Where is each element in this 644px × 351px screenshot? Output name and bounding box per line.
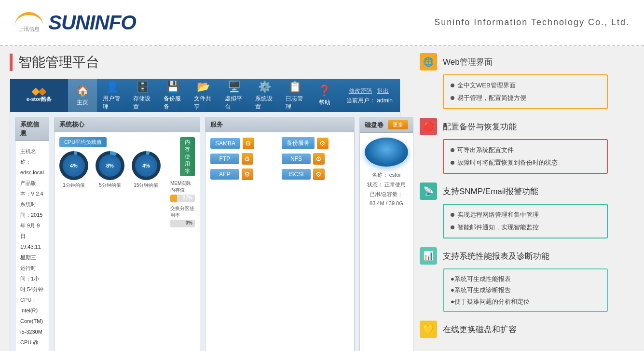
page-title-bar: 智能管理平台 bbox=[10, 53, 400, 71]
feature-backup-item-0-text: 可导出系统配置文件 bbox=[457, 144, 514, 156]
left-panel: 智能管理平台 e-stor酷备 bbox=[0, 46, 410, 351]
gauge-circle-15min: 4% bbox=[132, 151, 161, 180]
mem-bar-actual-track: 27% bbox=[170, 195, 195, 202]
nav-item-help[interactable]: ❓ 帮助 bbox=[310, 79, 339, 112]
disk-name-label: 名称： bbox=[372, 172, 388, 178]
service-item-afp: AFP ⚙ bbox=[210, 168, 278, 180]
logo-icon-wrap: 上讯信息 SUNINFO bbox=[14, 11, 136, 34]
sysinfo-panel: 系统信息 主机名称：edsc.local 产品版本：V 2.4 系统时间：201… bbox=[15, 117, 49, 351]
nav-item-storage[interactable]: 🗄️ 存储设置 bbox=[127, 79, 158, 112]
disk-info: 名称： estor 状态： 正常使用 已用/总容量： 83.4M / 39.8G bbox=[365, 170, 408, 209]
feature-snmp-item-1: 智能邮件通知，实现智能监控 bbox=[451, 221, 600, 234]
disk-capacity-value: 83.4M / 39.8G bbox=[370, 200, 403, 206]
nfs-button[interactable]: NFS bbox=[282, 154, 311, 164]
header: 上讯信息 SUNINFO Suninfo Information Technol… bbox=[0, 0, 644, 46]
gauge-15min: 4% 15分钟的值 bbox=[132, 151, 161, 189]
backup-service-button[interactable]: 备份服务 bbox=[282, 137, 315, 149]
feature-snmp-title: 支持SNMP/Email报警功能 bbox=[443, 186, 538, 197]
users-icon: 👤 bbox=[106, 81, 119, 93]
nav-item-sysset[interactable]: ⚙️ 系统设置 bbox=[249, 79, 280, 112]
feature-backup-header: 🔴 配置备份与恢复功能 bbox=[420, 118, 608, 135]
storage-icon: 🗄️ bbox=[136, 81, 149, 93]
afp-gear[interactable]: ⚙ bbox=[242, 168, 253, 180]
sysinfo-version: 产品版本：V 2.4 bbox=[20, 178, 44, 199]
gauge-inner-15min: 4% bbox=[135, 154, 157, 177]
mem-bar-actual-pct: 27% bbox=[183, 195, 192, 200]
backup-gear[interactable]: ⚙ bbox=[317, 138, 329, 149]
nav-item-users[interactable]: 👤 用户管理 bbox=[97, 79, 127, 112]
nav-items: 🏠 主页 👤 用户管理 🗄️ 存储设置 💾 备份服务 bbox=[68, 79, 339, 112]
feature-web-item-1-text: 易于管理，配置简捷方便 bbox=[457, 92, 526, 104]
hotswap-icon: 💛 bbox=[423, 324, 434, 335]
feature-report-item-0: ●系统可生成性能报表 bbox=[451, 273, 600, 284]
disk-status-row: 状态： 正常使用 bbox=[365, 180, 408, 190]
feature-snmp-item-0-text: 实现远程网络管理和集中管理 bbox=[457, 209, 539, 221]
mem-bar-swap: 交换分区使用率 0% bbox=[170, 205, 195, 227]
samba-gear[interactable]: ⚙ bbox=[243, 138, 254, 149]
feature-web-box: 全中文WEB管理界面 易于管理，配置简捷方便 bbox=[443, 74, 608, 109]
top-row: 系统信息 主机名称：edsc.local 产品版本：V 2.4 系统时间：201… bbox=[15, 117, 200, 351]
services-panel: 服务 SAMBA ⚙ 备份服务 ⚙ FTP bbox=[205, 117, 355, 351]
nav-item-virt[interactable]: 🖥️ 虚拟平台 bbox=[219, 79, 249, 112]
gauge-1min: 4% 1分钟的值 bbox=[59, 151, 88, 189]
gauge-label-5min: 5分钟的值 bbox=[99, 182, 121, 189]
disk-name-value: estor bbox=[389, 172, 401, 178]
current-user-label: 当前用户： bbox=[346, 97, 375, 104]
feature-backup: 🔴 配置备份与恢复功能 可导出系统配置文件 故障时可将配置恢复到备份时的状态 bbox=[420, 118, 608, 174]
feature-snmp-header: 📡 支持SNMP/Email报警功能 bbox=[420, 183, 608, 200]
page-title: 智能管理平台 bbox=[18, 53, 99, 71]
afp-button[interactable]: AFP bbox=[210, 169, 239, 180]
disk-panel: 磁盘卷 更多 名称： estor 状态： bbox=[359, 117, 413, 351]
nav-user: 当前用户： admin bbox=[346, 97, 393, 105]
sysset-icon: ⚙️ bbox=[258, 81, 271, 93]
home-icon: 🏠 bbox=[76, 84, 89, 97]
samba-button[interactable]: SAMBA bbox=[210, 138, 240, 149]
service-item-iscsi: ISCSI ⚙ bbox=[282, 168, 349, 180]
nav-item-fileshare[interactable]: 📂 文件共享 bbox=[188, 79, 219, 112]
feature-hotswap-header: 💛 在线更换磁盘和扩容 bbox=[420, 321, 608, 338]
nfs-gear[interactable]: ⚙ bbox=[313, 153, 325, 165]
sysinfo-body: 主机名称：edsc.local 产品版本：V 2.4 系统时间：2015年 9月… bbox=[15, 141, 49, 351]
gauge-circle-5min: 8% bbox=[96, 151, 124, 180]
disk-more-button[interactable]: 更多 bbox=[388, 120, 408, 129]
sysinfo-header: 系统信息 bbox=[15, 117, 49, 141]
ftp-button[interactable]: FTP bbox=[210, 154, 239, 164]
feature-report: 📊 支持系统性能报表及诊断功能 ●系统可生成性能报表 ●系统可生成诊断报告 ●便… bbox=[420, 247, 608, 312]
logout-link[interactable]: 退出 bbox=[377, 87, 389, 94]
feature-backup-icon-box: 🔴 bbox=[420, 118, 437, 135]
bullet-icon bbox=[451, 213, 454, 217]
disk-capacity-row: 已用/总容量： 83.4M / 39.8G bbox=[365, 190, 408, 209]
nav-label-home: 主页 bbox=[77, 98, 88, 107]
service-item-backup: 备份服务 ⚙ bbox=[282, 137, 349, 149]
feature-web-title: Web管理界面 bbox=[443, 56, 493, 68]
nav-item-home[interactable]: 🏠 主页 bbox=[68, 79, 97, 112]
iscsi-gear[interactable]: ⚙ bbox=[313, 168, 325, 180]
feature-report-header: 📊 支持系统性能报表及诊断功能 bbox=[420, 247, 608, 265]
service-item-nfs: NFS ⚙ bbox=[282, 153, 349, 165]
feature-web-item-0-text: 全中文WEB管理界面 bbox=[457, 79, 516, 92]
web-icon: 🌐 bbox=[423, 56, 434, 67]
disk-capacity-label: 已用/总容量： bbox=[370, 191, 403, 197]
right-panel: 🌐 Web管理界面 全中文WEB管理界面 易于管理，配置简捷方便 🔴 bbox=[410, 46, 617, 351]
iscsi-button[interactable]: ISCSI bbox=[282, 169, 311, 180]
nav-item-logs[interactable]: 📋 日志管理 bbox=[280, 79, 310, 112]
nav-right: 修改密码 退出 当前用户： admin bbox=[339, 87, 400, 105]
snmp-icon: 📡 bbox=[423, 186, 434, 197]
feature-hotswap-icon-box: 💛 bbox=[420, 321, 437, 338]
service-item-samba: SAMBA ⚙ bbox=[210, 137, 278, 149]
ftp-gear[interactable]: ⚙ bbox=[242, 153, 253, 165]
gauges-section: CPU平均负载值 4% 1分钟的值 bbox=[55, 132, 200, 235]
feature-snmp-icon-box: 📡 bbox=[420, 183, 437, 200]
service-item-ftp: FTP ⚙ bbox=[210, 153, 278, 165]
gauge-inner-1min: 4% bbox=[63, 154, 85, 177]
gauge-group: 4% 1分钟的值 8% 5分钟的值 bbox=[59, 151, 161, 189]
mem-bar-swap-label: 交换分区使用率 bbox=[170, 205, 195, 219]
nav-label-logs: 日志管理 bbox=[286, 95, 304, 111]
logo-area: 上讯信息 SUNINFO bbox=[14, 11, 136, 34]
bullet-icon bbox=[451, 148, 454, 152]
app-body: 系统信息 主机名称：edsc.local 产品版本：V 2.4 系统时间：201… bbox=[10, 112, 400, 351]
nav-item-backup[interactable]: 💾 备份服务 bbox=[158, 79, 188, 112]
change-pw-link[interactable]: 修改密码 bbox=[349, 87, 372, 94]
nav-label-users: 用户管理 bbox=[103, 95, 122, 111]
feature-hotswap-title: 在线更换磁盘和扩容 bbox=[443, 324, 517, 335]
